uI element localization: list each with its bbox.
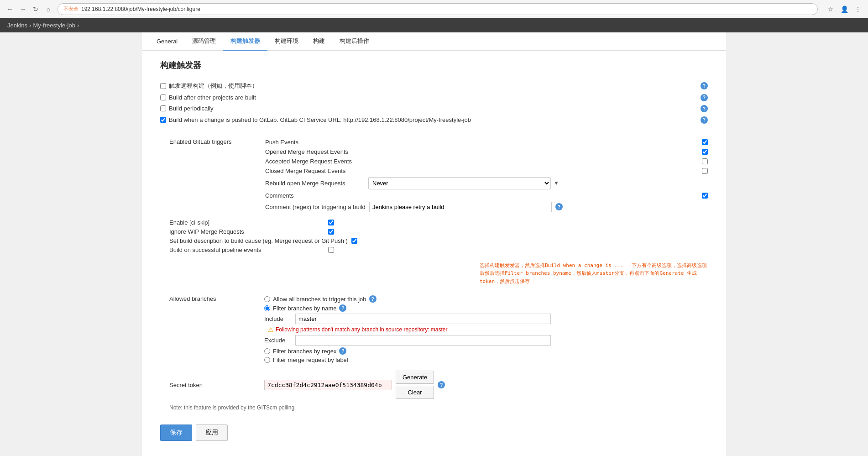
save-button[interactable]: 保存 — [160, 425, 192, 441]
remote-trigger-label: 触发远程构建（例如，使用脚本） — [160, 82, 701, 90]
ci-skip-checkbox[interactable] — [328, 220, 334, 225]
secret-token-help-icon[interactable]: ? — [438, 381, 445, 388]
allow-all-text: Allow all branches to trigger this job — [273, 296, 366, 303]
filter-by-name-help-icon[interactable]: ? — [339, 304, 346, 312]
set-build-desc-checkbox[interactable] — [351, 238, 357, 244]
push-events-checkbox[interactable] — [702, 139, 708, 145]
filter-by-name-radio[interactable] — [264, 305, 270, 311]
comment-regex-help-icon[interactable]: ? — [555, 203, 563, 210]
closed-merge-checkbox[interactable] — [702, 168, 708, 174]
comments-checkbox[interactable] — [702, 193, 708, 199]
browser-chrome: ← → ↻ ⌂ 不安全 192.168.1.22:8080/job/My-fre… — [0, 0, 868, 18]
build-gitlab-row: Build when a change is pushed to GitLab.… — [160, 114, 708, 126]
filter-merge-label-radio[interactable] — [264, 357, 270, 363]
filter-by-name-text: Filter branches by name — [273, 305, 336, 312]
filter-by-regex-help-icon[interactable]: ? — [339, 347, 346, 355]
scm-note: Note: this feature is provided by the GI… — [169, 404, 708, 411]
home-button[interactable]: ⌂ — [43, 4, 54, 15]
build-gitlab-help-icon[interactable]: ? — [701, 116, 708, 124]
build-after-help: ? — [701, 94, 708, 101]
remote-trigger-row: 触发远程构建（例如，使用脚本） ? — [160, 80, 708, 92]
closed-merge-row: Closed Merge Request Events — [265, 166, 708, 176]
remote-trigger-text: 触发远程构建（例如，使用脚本） — [169, 82, 258, 90]
clear-button[interactable]: Clear — [396, 386, 434, 399]
build-gitlab-label: Build when a change is pushed to GitLab.… — [160, 116, 701, 123]
build-after-row: Build after other projects are built ? — [160, 92, 708, 103]
allow-all-radio[interactable] — [264, 296, 270, 302]
apply-button[interactable]: 应用 — [196, 425, 228, 441]
accepted-merge-row: Accepted Merge Request Events — [265, 157, 708, 166]
filter-by-name-radio-row: Filter branches by name ? — [264, 304, 708, 312]
menu-button[interactable]: ⋮ — [852, 4, 863, 15]
scm-note-text: Note: this feature is provided by the GI… — [169, 404, 294, 411]
tab-bar: General 源码管理 构建触发器 构建环境 构建 构建后操作 — [142, 32, 726, 51]
filter-merge-label-text: Filter merge request by label — [273, 356, 348, 363]
filter-by-regex-radio[interactable] — [264, 348, 270, 354]
build-gitlab-checkbox[interactable] — [160, 117, 166, 123]
nav-buttons: ← → ↻ ⌂ — [5, 4, 54, 15]
comment-regex-input[interactable] — [369, 202, 552, 212]
comment-regex-label: Comment (regex) for triggering a build — [265, 204, 366, 210]
build-pipeline-label: Build on successful pipeline events — [169, 246, 324, 253]
generate-button[interactable]: Generate — [396, 371, 434, 384]
comments-row: Comments — [265, 191, 708, 200]
browser-actions: ☆ 👤 ⋮ — [825, 4, 863, 15]
build-pipeline-checkbox[interactable] — [328, 247, 334, 253]
build-periodically-help-icon[interactable]: ? — [701, 105, 708, 112]
accepted-merge-checkbox[interactable] — [702, 158, 708, 164]
secret-token-input[interactable] — [264, 380, 392, 390]
address-bar[interactable]: 不安全 192.168.1.22:8080/job/My-freestyle-j… — [58, 3, 818, 15]
ignore-wip-checkbox[interactable] — [328, 229, 334, 235]
bookmark-button[interactable]: ☆ — [825, 4, 836, 15]
build-gitlab-help: ? — [701, 116, 708, 124]
include-row: Include — [264, 314, 708, 324]
build-after-checkbox[interactable] — [160, 94, 166, 100]
opened-merge-checkbox[interactable] — [702, 149, 708, 155]
rebuild-select[interactable]: Never On push Always — [368, 177, 551, 189]
push-events-row: Push Events — [265, 137, 708, 147]
build-gitlab-text: Build when a change is pushed to GitLab.… — [169, 116, 471, 123]
build-periodically-checkbox[interactable] — [160, 105, 166, 111]
tab-source[interactable]: 源码管理 — [185, 32, 223, 51]
include-input[interactable] — [295, 314, 551, 324]
closed-merge-text: Closed Merge Request Events — [265, 168, 699, 174]
tab-general[interactable]: General — [149, 32, 185, 51]
breadcrumb-job[interactable]: My-freestyle-job — [33, 22, 75, 29]
remote-trigger-help-icon[interactable]: ? — [701, 82, 708, 89]
secret-token-label: Secret token — [169, 382, 261, 388]
exclude-label: Exclude — [264, 337, 292, 344]
gitlab-triggers-row: Enabled GitLab triggers Push Events Open… — [169, 137, 708, 214]
build-pipeline-row: Build on successful pipeline events — [169, 246, 708, 253]
page-content: 构建触发器 触发远程构建（例如，使用脚本） ? Build after othe… — [142, 51, 726, 456]
set-build-desc-row: Set build description to build cause (eg… — [169, 237, 708, 244]
tab-build[interactable]: 构建 — [306, 32, 332, 51]
reload-button[interactable]: ↻ — [30, 4, 41, 15]
breadcrumb-jenkins[interactable]: Jenkins — [7, 22, 27, 29]
build-after-help-icon[interactable]: ? — [701, 94, 708, 101]
gitlab-triggers-label: Enabled GitLab triggers — [169, 137, 261, 214]
profile-button[interactable]: 👤 — [839, 4, 850, 15]
build-periodically-label: Build periodically — [160, 105, 701, 112]
tab-post-build[interactable]: 构建后操作 — [332, 32, 376, 51]
set-build-desc-label: Set build description to build cause (eg… — [169, 237, 348, 244]
comments-text: Comments — [265, 192, 699, 199]
filter-by-regex-radio-row: Filter branches by regex ? — [264, 347, 708, 355]
build-periodically-text: Build periodically — [169, 105, 214, 112]
allowed-branches-content: Allow all branches to trigger this job ?… — [264, 294, 708, 365]
include-label: Include — [264, 315, 292, 322]
action-buttons: 保存 应用 — [160, 425, 708, 441]
allow-all-radio-row: Allow all branches to trigger this job ? — [264, 295, 708, 303]
allow-all-help-icon[interactable]: ? — [369, 295, 376, 303]
secret-token-section: Secret token Generate Clear ? — [169, 371, 708, 399]
ci-skip-row: Enable [ci-skip] — [169, 219, 708, 226]
forward-button[interactable]: → — [17, 4, 28, 15]
back-button[interactable]: ← — [5, 4, 16, 15]
remote-trigger-checkbox[interactable] — [160, 83, 166, 89]
tab-environment[interactable]: 构建环境 — [267, 32, 306, 51]
exclude-input[interactable] — [295, 335, 551, 346]
security-warning: 不安全 — [63, 5, 78, 12]
page-wrapper: General 源码管理 构建触发器 构建环境 构建 构建后操作 构建触发器 触… — [142, 32, 726, 456]
allowed-branches-label: Allowed branches — [169, 294, 261, 365]
tab-triggers[interactable]: 构建触发器 — [223, 32, 267, 51]
exclude-row: Exclude — [264, 335, 708, 346]
